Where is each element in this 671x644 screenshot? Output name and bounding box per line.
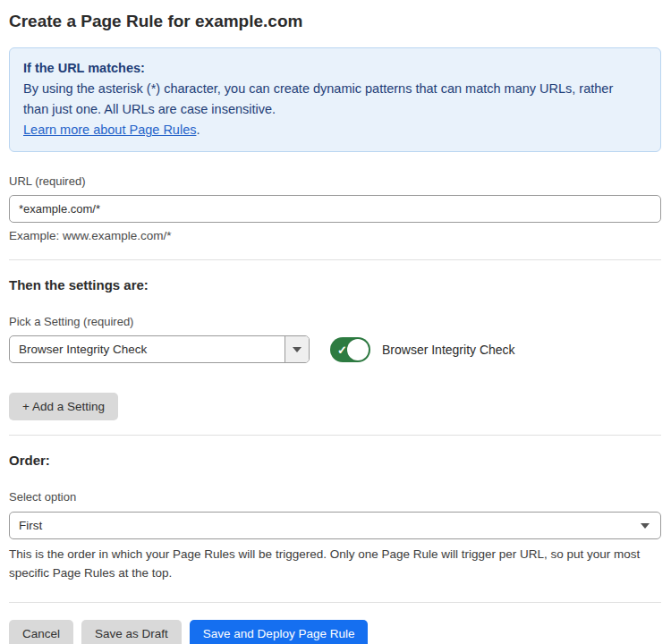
url-matches-info-box: If the URL matches: By using the asteris… <box>9 47 661 152</box>
info-box-link-line: Learn more about Page Rules. <box>23 120 647 140</box>
browser-integrity-check-toggle[interactable]: ✓ <box>330 337 370 362</box>
setting-toggle-group: ✓ Browser Integrity Check <box>330 337 515 362</box>
setting-select-value: Browser Integrity Check <box>10 336 285 362</box>
chevron-down-icon <box>293 347 302 352</box>
info-box-heading: If the URL matches: <box>23 58 647 79</box>
order-select-value: First <box>10 513 641 538</box>
add-setting-button[interactable]: + Add a Setting <box>9 393 118 420</box>
toggle-knob <box>347 339 369 360</box>
setting-select-arrow-button[interactable] <box>285 336 309 362</box>
info-box-body: By using the asterisk (*) character, you… <box>23 79 614 120</box>
url-field-label: URL (required) <box>9 174 661 188</box>
link-period: . <box>196 123 200 137</box>
order-section-heading: Order: <box>9 453 661 468</box>
select-option-label: Select option <box>9 490 661 504</box>
check-icon: ✓ <box>337 343 347 355</box>
toggle-label: Browser Integrity Check <box>382 343 515 357</box>
cancel-button[interactable]: Cancel <box>9 620 73 644</box>
setting-select[interactable]: Browser Integrity Check <box>9 335 310 363</box>
url-example-text: Example: www.example.com/* <box>9 229 661 242</box>
footer-actions: Cancel Save as Draft Save and Deploy Pag… <box>9 620 661 644</box>
save-as-draft-button[interactable]: Save as Draft <box>81 620 182 644</box>
order-help-text: This is the order in which your Page Rul… <box>9 545 653 582</box>
order-select-arrow <box>641 513 660 538</box>
settings-section-heading: Then the settings are: <box>9 277 661 292</box>
save-and-deploy-button[interactable]: Save and Deploy Page Rule <box>190 620 369 644</box>
order-select-wrap: First <box>9 512 661 539</box>
pick-setting-label: Pick a Setting (required) <box>9 315 661 328</box>
footer-divider <box>9 602 661 603</box>
section-divider <box>9 435 661 436</box>
section-divider <box>9 259 661 260</box>
create-page-rule-form: Create a Page Rule for example.com If th… <box>0 0 671 644</box>
learn-more-link[interactable]: Learn more about Page Rules <box>23 123 196 137</box>
order-select[interactable]: First <box>9 512 661 539</box>
setting-row: Browser Integrity Check ✓ Browser Integr… <box>9 335 661 363</box>
page-title: Create a Page Rule for example.com <box>9 11 661 32</box>
chevron-down-icon <box>641 523 650 529</box>
url-input[interactable] <box>9 195 661 223</box>
